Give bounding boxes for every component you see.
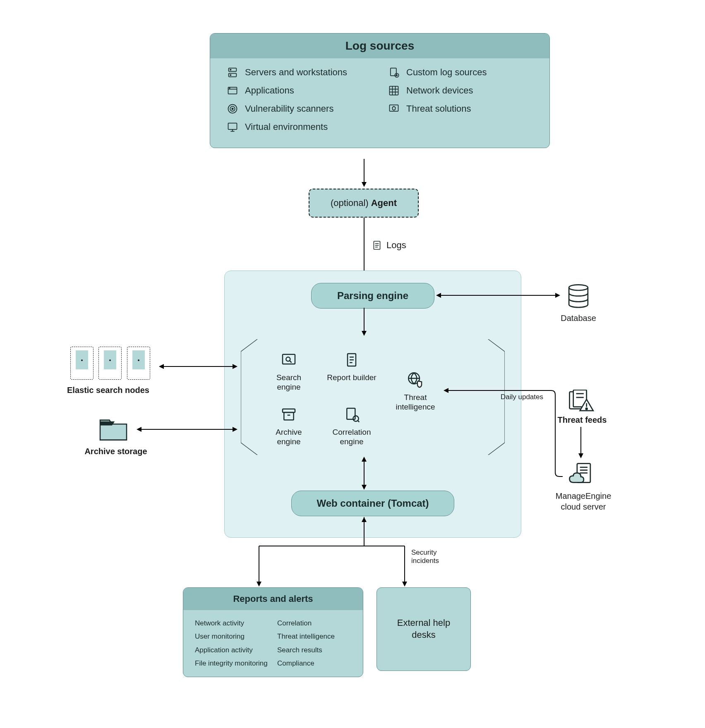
svg-rect-10 [228, 123, 237, 129]
document-icon [372, 240, 382, 251]
reports-col2: Correlation Threat intelligence Search r… [277, 617, 351, 670]
svg-point-34 [286, 357, 290, 361]
log-source-item: Network devices [388, 85, 533, 96]
log-source-item: Custom log sources [388, 67, 533, 78]
svg-marker-67 [578, 453, 583, 458]
globe-shield-icon [407, 371, 424, 388]
double-arrow-icon [137, 425, 237, 433]
folder-icon [97, 416, 130, 443]
svg-rect-42 [284, 412, 293, 420]
svg-marker-49 [362, 485, 367, 490]
archive-storage-label: Archive storage [83, 447, 149, 456]
svg-point-2 [230, 69, 231, 70]
reports-col1: Network activity User monitoring Applica… [195, 617, 269, 670]
log-source-item: Servers and workstations [227, 67, 372, 78]
correlation-icon [343, 406, 360, 423]
svg-marker-32 [362, 331, 367, 336]
svg-point-3 [230, 74, 231, 75]
agent-main: Agent [371, 198, 397, 208]
web-container-box: Web container (Tomcat) [291, 491, 454, 516]
manage-engine-label: ManageEngine cloud server [550, 491, 616, 512]
arrow-icon [577, 427, 585, 459]
elastic-label: Elastic search nodes [67, 386, 158, 395]
network-icon [388, 85, 400, 96]
help-desks-box: External help desks [376, 587, 471, 671]
log-source-item: Applications [227, 85, 372, 96]
applications-icon [227, 85, 238, 96]
svg-marker-24 [362, 182, 367, 187]
svg-marker-53 [555, 293, 560, 298]
svg-point-6 [229, 88, 230, 89]
threat-feeds-icon [568, 390, 594, 413]
report-builder: Report builder [327, 352, 376, 383]
svg-rect-17 [390, 86, 398, 95]
security-incidents-label: Security incidents [411, 548, 457, 565]
agent-box: (optional) Agent [309, 189, 419, 218]
svg-marker-72 [444, 388, 448, 393]
correlation-engine: Correlation engine [327, 406, 376, 447]
svg-rect-13 [391, 68, 396, 76]
arrow-icon [360, 159, 368, 188]
double-arrow-icon [436, 291, 560, 299]
search-engine-icon [281, 352, 297, 368]
threat-intelligence: Threat intelligence [391, 371, 440, 412]
svg-marker-74 [362, 517, 367, 522]
node-icon [98, 347, 122, 380]
archive-icon [281, 406, 297, 423]
log-source-item: Threat solutions [388, 103, 533, 115]
daily-updates-label: Daily updates [501, 393, 543, 401]
database-label: Database [558, 314, 599, 323]
svg-rect-33 [283, 354, 295, 364]
svg-point-65 [586, 408, 588, 410]
svg-marker-77 [257, 582, 261, 587]
scanner-icon [227, 103, 238, 115]
svg-point-50 [569, 285, 588, 290]
threat-icon [388, 103, 400, 115]
cloud-server-icon [568, 462, 594, 488]
reports-box: Reports and alerts Network activity User… [183, 587, 363, 677]
log-source-item: Virtual environments [227, 121, 372, 133]
svg-rect-44 [347, 408, 355, 419]
svg-line-35 [290, 361, 292, 363]
log-source-item: Vulnerability scanners [227, 103, 372, 115]
split-arrow-icon [239, 517, 438, 588]
node-icon [127, 347, 150, 380]
node-icon [70, 347, 94, 380]
report-icon [343, 352, 360, 368]
arrow-icon [360, 308, 368, 337]
svg-point-9 [232, 108, 233, 110]
search-engine: Search engine [264, 352, 314, 392]
agent-prefix: (optional) [331, 198, 369, 208]
log-sources-box: Log sources Servers and workstations App… [210, 33, 550, 148]
database-icon [567, 284, 590, 310]
virtual-icon [227, 121, 238, 133]
double-arrow-icon [360, 457, 368, 490]
svg-line-46 [357, 420, 359, 422]
double-arrow-icon [159, 362, 237, 371]
elastic-nodes [70, 347, 153, 381]
server-icon [227, 67, 238, 78]
parsing-engine-box: Parsing engine [311, 283, 434, 309]
svg-marker-56 [233, 364, 237, 369]
archive-engine: Archive engine [264, 406, 314, 447]
reports-title: Reports and alerts [183, 588, 363, 610]
custom-icon [388, 67, 400, 78]
log-sources-title: Log sources [210, 34, 549, 58]
svg-marker-79 [402, 582, 407, 587]
logs-label: Logs [372, 240, 406, 251]
svg-marker-59 [233, 427, 237, 432]
